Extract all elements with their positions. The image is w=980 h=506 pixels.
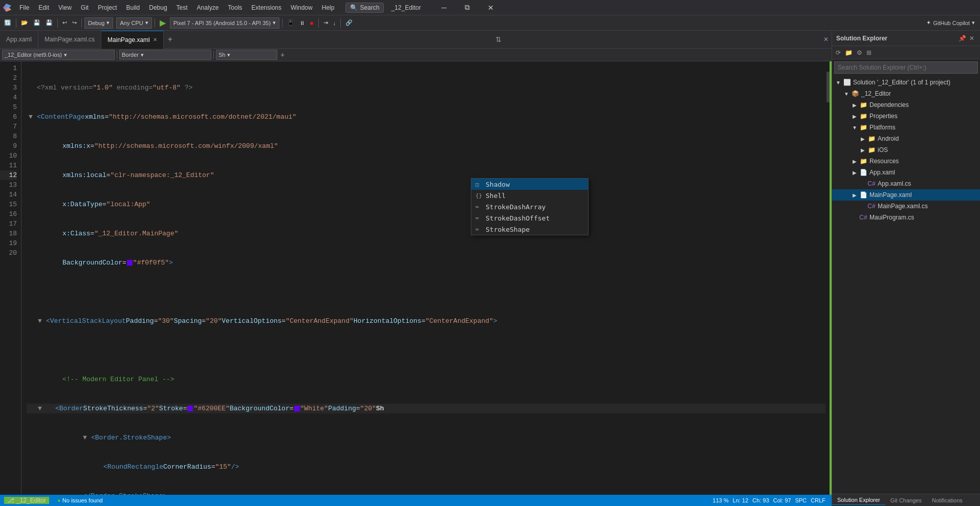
tab-appxaml[interactable]: App.xaml bbox=[0, 31, 38, 49]
tab-mainpagexamlcs[interactable]: MainPage.xaml.cs bbox=[38, 31, 101, 49]
menu-file[interactable]: File bbox=[15, 2, 33, 13]
close-panel-icon[interactable]: ✕ bbox=[968, 35, 976, 42]
sol-tab-git-changes[interactable]: Git Changes bbox=[885, 496, 927, 505]
editor-vscrollbar[interactable] bbox=[825, 61, 832, 495]
tree-platforms[interactable]: ▼ 📁 Platforms bbox=[832, 122, 980, 133]
code-editor[interactable]: 1 2 3 4 5 6 7 8 9 10 11 12 13 14 15 16 1 bbox=[0, 61, 825, 495]
tree-project[interactable]: ▼ 📦 _12_Editor bbox=[832, 88, 980, 99]
tree-expand-icon[interactable]: ▶ bbox=[859, 147, 867, 153]
toolbar-attach[interactable]: 🔗 bbox=[343, 18, 355, 27]
tab-add-button[interactable]: + bbox=[164, 35, 177, 44]
spc-indicator[interactable]: SPC bbox=[793, 497, 809, 503]
cpu-dropdown[interactable]: Any CPU ▾ bbox=[116, 17, 151, 29]
run-button[interactable]: ▶ bbox=[158, 17, 168, 29]
tree-expand-icon[interactable]: ▶ bbox=[851, 170, 859, 175]
search-box[interactable]: 🔍 Search bbox=[345, 3, 384, 13]
toolbar-device[interactable]: 📱 bbox=[285, 18, 296, 27]
tree-solution[interactable]: ▼ ⬜ Solution '_12_Editor' (1 of 1 projec… bbox=[832, 77, 980, 88]
tree-expand-icon[interactable]: ▶ bbox=[851, 102, 859, 108]
github-copilot-button[interactable]: ✦ GitHub Copilot ▾ bbox=[923, 18, 978, 27]
menu-window[interactable]: Window bbox=[287, 2, 317, 13]
menu-extensions[interactable]: Extensions bbox=[247, 2, 286, 13]
fold-arrow[interactable]: ▼ bbox=[29, 112, 37, 122]
branch-indicator[interactable]: ⎇ _12_Editor bbox=[4, 497, 49, 504]
tree-android[interactable]: ▶ 📁 Android bbox=[832, 133, 980, 144]
sol-folder-btn[interactable]: 📁 bbox=[843, 48, 854, 57]
autocomplete-item-strokedashoffset[interactable]: ≈ StrokeDashOffset bbox=[471, 212, 588, 224]
tree-dependencies[interactable]: ▶ 📁 Dependencies bbox=[832, 99, 980, 111]
sol-filter-btn[interactable]: ⊞ bbox=[865, 48, 873, 57]
toolbar-stepinto[interactable]: ↓ bbox=[331, 19, 338, 27]
autocomplete-item-strokeshape[interactable]: ≈ StrokeShape bbox=[471, 224, 588, 235]
toolbar-new[interactable]: 🔃 bbox=[2, 18, 13, 27]
pin-icon[interactable]: 📌 bbox=[957, 35, 968, 42]
tree-properties[interactable]: ▶ 📁 Properties bbox=[832, 111, 980, 122]
border-dropdown[interactable]: Border ▾ bbox=[119, 50, 211, 60]
menu-git[interactable]: Git bbox=[77, 2, 93, 13]
menu-edit[interactable]: Edit bbox=[34, 2, 53, 13]
close-button[interactable]: ✕ bbox=[479, 0, 503, 15]
minimize-button[interactable]: ─ bbox=[432, 0, 455, 15]
toolbar-pause[interactable]: ⏸ bbox=[297, 19, 307, 27]
toolbar-undo[interactable]: ↩ bbox=[60, 18, 69, 27]
ch-indicator[interactable]: Ch: 93 bbox=[750, 497, 771, 503]
sol-sync-btn[interactable]: ⟳ bbox=[834, 48, 842, 57]
autocomplete-item-strokedasharray[interactable]: ≈ StrokeDashArray bbox=[471, 201, 588, 212]
fold-arrow-13[interactable]: ▼ bbox=[83, 433, 91, 443]
sol-tab-notifications[interactable]: Notifications bbox=[927, 496, 968, 505]
debug-dropdown[interactable]: Debug ▾ bbox=[84, 17, 113, 29]
tree-expand-icon[interactable]: ▼ bbox=[842, 91, 851, 97]
menu-test[interactable]: Test bbox=[172, 2, 192, 13]
tab-pin-button[interactable]: ⇅ bbox=[492, 35, 505, 43]
target-dropdown[interactable]: _12_Editor (net9.0-ios) ▾ bbox=[2, 50, 115, 60]
tree-expand-icon[interactable]: ▶ bbox=[851, 192, 859, 198]
tab-mainpagexaml[interactable]: MainPage.xaml ✕ bbox=[101, 31, 164, 49]
zoom-indicator[interactable]: 113 % bbox=[711, 497, 731, 503]
menu-project[interactable]: Project bbox=[94, 2, 121, 13]
tree-expand-icon[interactable]: ▶ bbox=[859, 136, 867, 142]
menu-build[interactable]: Build bbox=[122, 2, 144, 13]
tab-overflow-button[interactable]: ✕ bbox=[820, 36, 832, 43]
tree-mauiprogramcs[interactable]: C# MauiProgram.cs bbox=[832, 212, 980, 223]
issues-indicator[interactable]: ● No issues found bbox=[55, 497, 105, 503]
run-target-dropdown[interactable]: Pixel 7 - API 35 (Android 15.0 - API 35)… bbox=[170, 17, 279, 29]
tree-expand-icon[interactable]: ▼ bbox=[851, 125, 859, 130]
autocomplete-dropdown[interactable]: ◫ Shadow {} Shell ≈ StrokeDashArray ≈ St… bbox=[471, 178, 589, 235]
sol-settings-btn[interactable]: ⚙ bbox=[855, 48, 864, 57]
tree-ios[interactable]: ▶ 📁 iOS bbox=[832, 144, 980, 156]
fold-arrow-12[interactable]: ▼ bbox=[38, 404, 46, 413]
tree-expand-icon[interactable]: ▶ bbox=[851, 114, 859, 119]
fold-arrow-9[interactable]: ▼ bbox=[38, 316, 46, 326]
tree-appxamlcs[interactable]: C# App.xaml.cs bbox=[832, 178, 980, 189]
add-item-button[interactable]: + bbox=[278, 51, 287, 59]
toolbar-save[interactable]: 💾 bbox=[31, 18, 42, 27]
ln-indicator[interactable]: Ln: 12 bbox=[731, 497, 751, 503]
tree-appxaml[interactable]: ▶ 📄 App.xaml bbox=[832, 167, 980, 178]
tree-mainpagexamlcs[interactable]: C# MainPage.xaml.cs bbox=[832, 201, 980, 212]
menu-tools[interactable]: Tools bbox=[224, 2, 246, 13]
restore-button[interactable]: ⧉ bbox=[455, 0, 479, 15]
code-content[interactable]: <?xml version="1.0" encoding="utf-8" ?> … bbox=[21, 61, 825, 495]
autocomplete-item-shadow[interactable]: ◫ Shadow bbox=[471, 179, 588, 190]
autocomplete-item-shell[interactable]: {} Shell bbox=[471, 190, 588, 201]
tree-resources[interactable]: ▶ 📁 Resources bbox=[832, 156, 980, 167]
tree-expand-icon[interactable]: ▼ bbox=[834, 80, 842, 85]
toolbar-step[interactable]: ⇥ bbox=[321, 18, 330, 27]
tree-expand-icon[interactable]: ▶ bbox=[851, 159, 859, 164]
menu-view[interactable]: View bbox=[54, 2, 76, 13]
toolbar-open[interactable]: 📂 bbox=[19, 18, 30, 27]
toolbar-redo[interactable]: ↪ bbox=[70, 18, 79, 27]
tree-mainpagexaml[interactable]: ▶ 📄 MainPage.xaml bbox=[832, 189, 980, 201]
toolbar-stop[interactable]: ■ bbox=[308, 19, 316, 27]
col-indicator[interactable]: Col: 97 bbox=[771, 497, 793, 503]
solution-explorer-panel: Solution Explorer 📌 ✕ ⟳ 📁 ⚙ ⊞ ▼ ⬜ Soluti… bbox=[832, 31, 980, 506]
menu-analyze[interactable]: Analyze bbox=[193, 2, 223, 13]
crlf-indicator[interactable]: CRLF bbox=[809, 497, 827, 503]
sol-tab-solution-explorer[interactable]: Solution Explorer bbox=[832, 495, 885, 505]
toolbar-saveall[interactable]: 💾 bbox=[43, 18, 55, 27]
tab-close-icon[interactable]: ✕ bbox=[153, 37, 157, 42]
menu-debug[interactable]: Debug bbox=[145, 2, 171, 13]
sh-dropdown[interactable]: Sh ▾ bbox=[216, 50, 277, 60]
solution-search-input[interactable] bbox=[834, 61, 978, 74]
menu-help[interactable]: Help bbox=[318, 2, 339, 13]
